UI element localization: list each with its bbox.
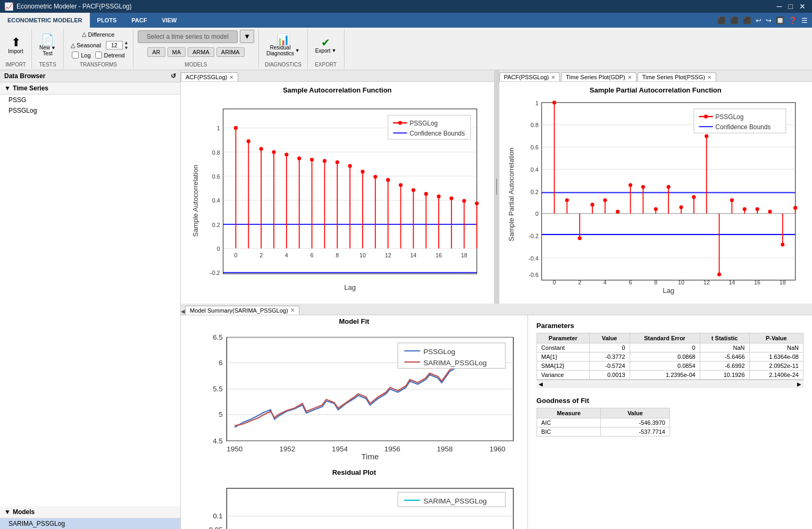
maximize-btn[interactable]: □ bbox=[786, 2, 795, 11]
tab-plots[interactable]: PLOTS bbox=[90, 13, 124, 28]
close-btn[interactable]: ✕ bbox=[797, 2, 808, 11]
model-select-btn[interactable]: Select a time series to model bbox=[138, 30, 238, 43]
svg-point-99 bbox=[641, 185, 644, 189]
arima-btn[interactable]: ARIMA bbox=[216, 47, 245, 57]
pssg-panel-tab[interactable]: Time Series Plot(PSSG) ✕ bbox=[638, 72, 716, 81]
tab-econometric-modeler[interactable]: ECONOMETRIC MODELER bbox=[0, 13, 90, 28]
svg-text:12: 12 bbox=[703, 279, 709, 286]
model-panel: ◀ Model Summary(SARIMA_PSSGLog) ✕ Model … bbox=[181, 304, 812, 529]
table-row: AIC -546.3970 bbox=[537, 418, 669, 427]
tab-view[interactable]: VIEW bbox=[154, 13, 184, 28]
svg-text:6: 6 bbox=[311, 252, 314, 258]
svg-text:Confidence Bounds: Confidence Bounds bbox=[715, 123, 771, 131]
minimize-btn[interactable]: ─ bbox=[775, 2, 784, 11]
ribbon-group-tests: 📄 New ▼ Test TESTS bbox=[32, 29, 64, 69]
svg-text:0: 0 bbox=[217, 246, 220, 252]
svg-text:0.2: 0.2 bbox=[530, 189, 538, 195]
tab-pacf[interactable]: PACF bbox=[124, 13, 154, 28]
acf-tab-close[interactable]: ✕ bbox=[229, 74, 233, 80]
pacf-panel-tab[interactable]: PACF(PSSGLog) ✕ bbox=[499, 72, 560, 81]
residual-container: Residual Plot bbox=[181, 466, 528, 529]
panel-scroll-left[interactable]: ◀ bbox=[181, 308, 185, 315]
ribbon-icon-8[interactable]: ☰ bbox=[801, 16, 808, 24]
parameters-title: Parameters bbox=[537, 322, 803, 330]
ts-collapse-icon: ▼ bbox=[4, 85, 11, 92]
log-checkbox[interactable] bbox=[72, 52, 79, 58]
svg-text:1950: 1950 bbox=[227, 444, 242, 452]
ribbon-icon-1[interactable]: ⬛ bbox=[717, 16, 726, 24]
residual-diagnostics-btn[interactable]: 📊 ResidualDiagnostics ▼ bbox=[263, 32, 303, 58]
svg-point-117 bbox=[755, 207, 759, 211]
detrend-checkbox-row: Detrend bbox=[95, 52, 125, 58]
sidebar-item-sarima[interactable]: SARIMA_PSSGLog bbox=[0, 518, 180, 529]
svg-text:1954: 1954 bbox=[332, 444, 348, 452]
import-btn[interactable]: ⬆ Import bbox=[5, 35, 26, 56]
ribbon-icon-6[interactable]: 🔲 bbox=[776, 16, 784, 24]
sidebar-item-pssg[interactable]: PSSG bbox=[0, 95, 180, 105]
svg-text:-0.4: -0.4 bbox=[529, 255, 539, 262]
svg-point-38 bbox=[412, 188, 415, 192]
export-btn[interactable]: ✔ Export ▼ bbox=[312, 36, 340, 55]
svg-text:-0.2: -0.2 bbox=[210, 270, 220, 276]
svg-point-147 bbox=[704, 115, 707, 119]
ar-btn[interactable]: AR bbox=[147, 47, 165, 57]
detrend-checkbox[interactable] bbox=[95, 52, 102, 58]
svg-text:PSSGLog: PSSGLog bbox=[423, 348, 455, 356]
svg-point-48 bbox=[475, 201, 479, 205]
ma-btn[interactable]: MA bbox=[168, 47, 186, 57]
acf-panel: ACF(PSSGLog) ✕ Sample Autocorrelation Fu… bbox=[181, 70, 494, 304]
seasonal-input[interactable] bbox=[106, 41, 123, 49]
pacf-tab-close[interactable]: ✕ bbox=[551, 74, 555, 80]
svg-text:10: 10 bbox=[677, 279, 684, 286]
new-test-btn[interactable]: 📄 New ▼ Test bbox=[36, 32, 59, 58]
panel-divider-h[interactable] bbox=[495, 70, 498, 304]
svg-point-70 bbox=[398, 121, 402, 125]
model-panel-tab[interactable]: Model Summary(SARIMA_PSSGLog) ✕ bbox=[185, 306, 299, 315]
svg-point-107 bbox=[692, 195, 696, 199]
svg-point-121 bbox=[781, 243, 784, 247]
acf-panel-tab[interactable]: ACF(PSSGLog) ✕ bbox=[181, 72, 238, 81]
svg-text:PSSGLog: PSSGLog bbox=[715, 113, 743, 121]
sidebar-refresh-icon[interactable]: ↺ bbox=[171, 72, 176, 80]
gdp-panel-tab[interactable]: Time Series Plot(GDP) ✕ bbox=[561, 72, 636, 81]
svg-text:16: 16 bbox=[436, 252, 442, 258]
model-tab-close[interactable]: ✕ bbox=[290, 307, 295, 313]
ribbon-icon-2[interactable]: ⬛ bbox=[730, 16, 739, 24]
table-scroll-left[interactable]: ◀ bbox=[539, 381, 543, 387]
svg-point-16 bbox=[272, 150, 275, 154]
seasonal-spinner[interactable]: ▲ ▼ bbox=[106, 40, 129, 51]
model-dropdown-btn[interactable]: ▼ bbox=[240, 30, 254, 43]
difference-btn[interactable]: △ Difference bbox=[79, 30, 117, 39]
svg-text:1958: 1958 bbox=[437, 444, 453, 452]
svg-point-10 bbox=[234, 126, 238, 130]
parameters-section: Parameters Parameter Value Standard Erro… bbox=[537, 322, 803, 388]
svg-point-12 bbox=[247, 139, 250, 143]
gdp-tab-close[interactable]: ✕ bbox=[627, 74, 632, 80]
sidebar-section-models[interactable]: ▼ Models bbox=[0, 506, 180, 518]
svg-point-32 bbox=[373, 175, 377, 179]
ribbon-group-models: Select a time series to model ▼ AR MA AR… bbox=[133, 29, 259, 69]
ribbon-icon-4[interactable]: ↩ bbox=[756, 16, 761, 24]
sidebar-section-timeseries[interactable]: ▼ Time Series bbox=[0, 82, 180, 95]
svg-text:0.2: 0.2 bbox=[212, 222, 220, 228]
ribbon-icon-7[interactable]: ❓ bbox=[789, 16, 797, 24]
svg-text:1952: 1952 bbox=[279, 444, 295, 452]
svg-point-119 bbox=[768, 209, 772, 213]
arma-btn[interactable]: ARMA bbox=[188, 47, 214, 57]
ribbon-icon-3[interactable]: ⬛ bbox=[743, 16, 751, 24]
spinner-up[interactable]: ▲ bbox=[124, 40, 129, 45]
ribbon: ECONOMETRIC MODELER PLOTS PACF VIEW ⬛ ⬛ … bbox=[0, 13, 812, 70]
svg-point-105 bbox=[679, 205, 683, 209]
svg-point-103 bbox=[666, 185, 670, 189]
sidebar-item-pssglog[interactable]: PSSGLog bbox=[0, 105, 180, 116]
table-scroll-right[interactable]: ▶ bbox=[797, 381, 801, 387]
ribbon-icon-5[interactable]: ↪ bbox=[766, 16, 772, 24]
pacf-panel: PACF(PSSGLog) ✕ Time Series Plot(GDP) ✕ … bbox=[499, 70, 813, 304]
svg-text:2: 2 bbox=[259, 252, 263, 258]
pssg-tab-close[interactable]: ✕ bbox=[707, 74, 711, 80]
model-content: Model Fit bbox=[181, 315, 812, 529]
svg-point-42 bbox=[437, 195, 441, 198]
svg-point-28 bbox=[348, 164, 352, 168]
seasonal-btn[interactable]: △ Seasonal bbox=[68, 41, 104, 50]
spinner-down[interactable]: ▼ bbox=[124, 45, 129, 51]
